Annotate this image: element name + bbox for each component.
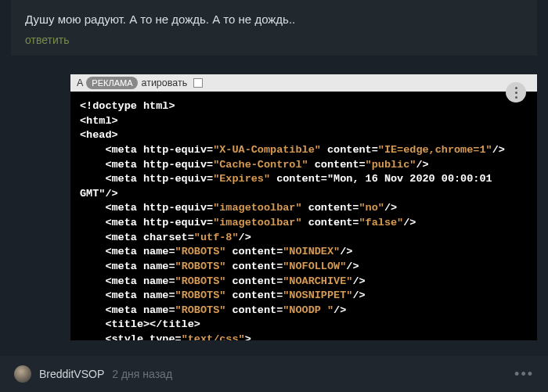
code-body: <!doctype html> <html> <head> <meta http…: [70, 92, 537, 340]
timestamp: 2 дня назад: [112, 368, 172, 380]
more-menu-button[interactable]: [506, 82, 526, 102]
code-header: АРЕКЛАМАатировать: [70, 74, 537, 92]
ad-badge: РЕКЛАМА: [86, 77, 138, 89]
reply-link[interactable]: ответить: [25, 34, 523, 46]
comment-block: Душу мою радуют. А то не дождь. А то не …: [11, 0, 537, 56]
header-suffix: атировать: [141, 77, 187, 88]
footer-more-icon[interactable]: •••: [514, 366, 534, 383]
comment-text: Душу мою радуют. А то не дождь. А то не …: [25, 11, 523, 27]
avatar[interactable]: [14, 365, 31, 383]
header-prefix: А: [77, 77, 83, 88]
post-footer: BredditVSOP 2 дня назад •••: [0, 356, 548, 392]
username[interactable]: BredditVSOP: [39, 368, 104, 380]
code-embed: АРЕКЛАМАатировать <!doctype html> <html>…: [70, 74, 537, 340]
header-checkbox[interactable]: [193, 78, 203, 88]
